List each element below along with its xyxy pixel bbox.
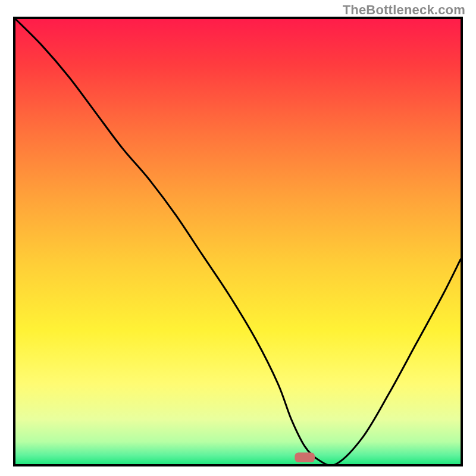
chart-frame [13,17,463,466]
chart-marker [295,453,315,462]
watermark-text: TheBottleneck.com [343,2,465,18]
page: TheBottleneck.com [0,0,476,476]
chart-background [15,19,461,464]
chart-svg [15,19,461,464]
chart-plot-area [15,19,461,464]
